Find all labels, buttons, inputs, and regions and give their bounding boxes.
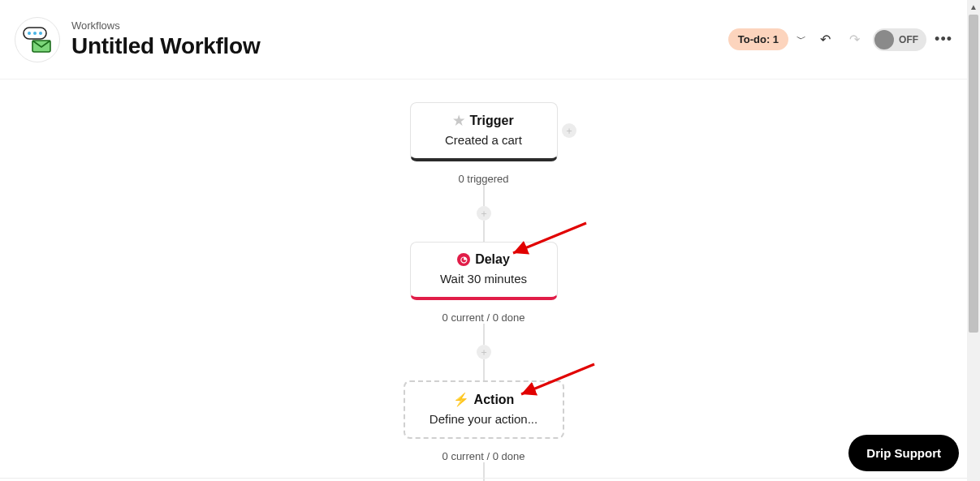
connector-line: [483, 185, 485, 206]
action-meta: 0 current / 0 done: [443, 450, 525, 462]
svg-point-3: [39, 32, 42, 35]
workflow-canvas[interactable]: ★ Trigger Created a cart ＋ 0 triggered ＋…: [0, 79, 967, 481]
delay-title: Delay: [475, 252, 510, 267]
undo-icon: ↶: [820, 32, 831, 47]
trigger-node[interactable]: ★ Trigger Created a cart ＋: [410, 102, 558, 161]
breadcrumb[interactable]: Workflows: [71, 19, 260, 32]
delay-meta: 0 current / 0 done: [443, 311, 525, 324]
add-step-button[interactable]: ＋: [477, 206, 491, 221]
scroll-up-icon[interactable]: ▲: [967, 0, 980, 13]
todo-pill[interactable]: To-do: 1: [728, 28, 788, 50]
connector-line: [483, 221, 485, 242]
star-icon: ★: [453, 113, 464, 128]
scrollbar-thumb[interactable]: [969, 15, 978, 333]
workflow-logo: [15, 17, 60, 62]
add-branch-button[interactable]: ＋: [562, 123, 576, 138]
title-block: Workflows Untitled Workflow: [71, 19, 260, 59]
action-subtitle: Define your action...: [413, 412, 555, 426]
redo-button[interactable]: ↷: [844, 29, 865, 50]
bolt-icon: ⚡: [453, 392, 469, 407]
footer-divider: [0, 478, 967, 479]
support-button[interactable]: Drip Support: [848, 435, 959, 471]
chevron-down-icon[interactable]: ﹀: [797, 32, 806, 46]
svg-point-1: [28, 32, 31, 35]
redo-icon: ↷: [849, 32, 860, 47]
more-icon: •••: [935, 31, 952, 47]
svg-point-2: [33, 32, 37, 35]
delay-node[interactable]: ◔ Delay Wait 30 minutes: [410, 242, 558, 300]
header-bar: Workflows Untitled Workflow To-do: 1 ﹀ ↶…: [0, 0, 967, 79]
trigger-title: Trigger: [469, 114, 513, 128]
scrollbar-track[interactable]: ▲: [967, 0, 980, 481]
trigger-subtitle: Created a cart: [419, 133, 549, 147]
connector-line: [483, 359, 485, 380]
action-title: Action: [474, 393, 515, 407]
delay-subtitle: Wait 30 minutes: [419, 272, 549, 286]
more-menu-button[interactable]: •••: [935, 31, 952, 48]
workflow-toggle[interactable]: OFF: [873, 28, 926, 51]
toggle-knob: [874, 30, 894, 49]
add-step-button[interactable]: ＋: [477, 345, 491, 359]
trigger-meta: 0 triggered: [458, 173, 508, 185]
clock-icon: ◔: [457, 253, 470, 266]
connector-line: [483, 324, 485, 345]
todo-label: To-do: 1: [738, 33, 779, 45]
page-title: Untitled Workflow: [71, 33, 260, 59]
action-node[interactable]: ⚡ Action Define your action...: [404, 380, 564, 439]
undo-button[interactable]: ↶: [814, 29, 835, 50]
toggle-label: OFF: [899, 34, 918, 45]
